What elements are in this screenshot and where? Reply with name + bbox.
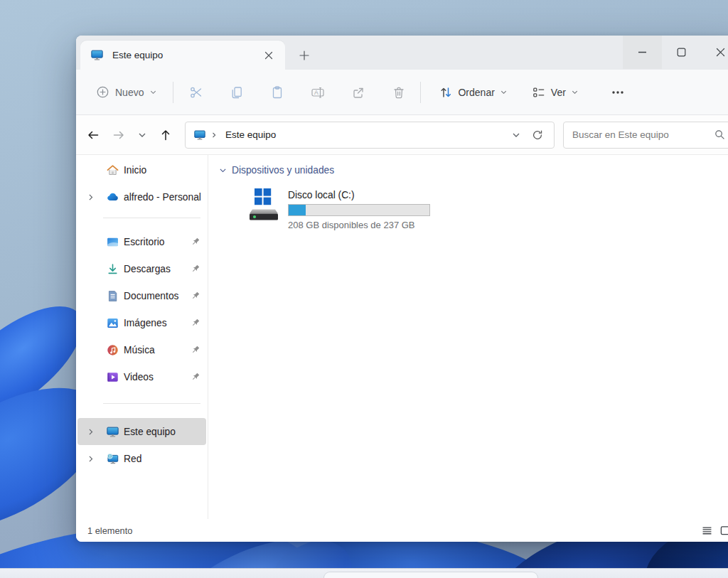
refresh-button[interactable] — [527, 124, 548, 146]
close-button[interactable] — [701, 36, 728, 69]
maximize-button[interactable] — [662, 36, 701, 69]
address-row: Este equipo — [76, 115, 728, 155]
this-pc-icon — [91, 49, 103, 61]
sidebar-item-label: alfredo - Personal — [124, 192, 201, 203]
sidebar-item-musica[interactable]: Música — [77, 336, 206, 363]
copy-icon — [230, 85, 244, 100]
command-toolbar: Nuevo A — [76, 70, 728, 115]
cut-button[interactable] — [176, 78, 216, 107]
pin-icon — [191, 318, 200, 328]
sort-button-label: Ordenar — [458, 87, 494, 98]
search-box — [563, 122, 728, 149]
share-icon — [351, 85, 365, 100]
new-tab-button[interactable] — [294, 46, 315, 65]
this-pc-icon — [194, 129, 205, 141]
chevron-down-icon — [218, 166, 228, 175]
desktop-icon — [107, 236, 119, 248]
plus-circle-icon — [96, 85, 109, 99]
chevron-down-icon — [571, 88, 579, 96]
window-controls — [623, 36, 728, 69]
search-input[interactable] — [565, 129, 714, 140]
content-pane: Dispositivos y unidades — [208, 155, 728, 519]
sidebar-item-onedrive[interactable]: alfredo - Personal — [77, 183, 206, 210]
details-view-button[interactable] — [699, 523, 714, 538]
drive-info: Disco local (C:) 208 GB disponibles de 2… — [288, 188, 430, 230]
network-icon — [107, 453, 119, 465]
sidebar-item-label: Música — [124, 345, 155, 355]
recent-locations-button[interactable] — [132, 122, 153, 148]
up-arrow-icon — [159, 128, 173, 142]
clipboard-icon — [270, 85, 284, 100]
sidebar-item-label: Red — [124, 454, 141, 464]
sidebar-item-label: Escritorio — [124, 237, 165, 247]
sidebar-item-escritorio[interactable]: Escritorio — [77, 228, 206, 255]
chevron-right-icon[interactable] — [85, 427, 95, 437]
tab-close-button[interactable] — [259, 46, 278, 65]
address-bar[interactable]: Este equipo — [185, 122, 555, 149]
section-devices-and-drives[interactable]: Dispositivos y unidades — [218, 162, 728, 178]
chevron-down-icon — [137, 130, 147, 140]
sidebar-item-videos[interactable]: Videos — [77, 363, 206, 390]
local-disk-icon — [245, 188, 279, 222]
chevron-right-icon — [210, 131, 218, 139]
forward-arrow-icon — [112, 128, 126, 142]
address-dropdown-button[interactable] — [505, 124, 527, 146]
navigation-pane: Inicio alfredo - Personal — [76, 155, 208, 519]
clipboard-actions: A — [176, 78, 419, 107]
sidebar-divider — [103, 218, 200, 218]
sidebar-item-label: Imágenes — [124, 318, 167, 328]
share-button[interactable] — [338, 78, 378, 107]
pin-icon — [191, 264, 200, 274]
onedrive-icon — [107, 191, 119, 203]
sidebar-item-descargas[interactable]: Descargas — [77, 255, 206, 282]
drive-c-tile[interactable]: Disco local (C:) 208 GB disponibles de 2… — [245, 188, 473, 230]
forward-button[interactable] — [106, 122, 132, 148]
home-icon — [107, 164, 119, 176]
this-pc-icon — [107, 426, 119, 438]
videos-icon — [107, 371, 119, 383]
sidebar-item-este-equipo[interactable]: Este equipo — [77, 418, 206, 445]
pin-icon — [191, 345, 200, 355]
toolbar-separator — [420, 82, 421, 103]
music-icon — [107, 344, 119, 356]
minimize-button[interactable] — [623, 36, 662, 69]
search-icon — [714, 129, 726, 141]
delete-button[interactable] — [378, 78, 419, 107]
rename-button[interactable]: A — [297, 78, 338, 107]
paste-button[interactable] — [257, 78, 297, 107]
toolbar-separator — [173, 82, 173, 103]
sidebar-item-documentos[interactable]: Documentos — [77, 282, 206, 309]
sort-button[interactable]: Ordenar — [432, 80, 513, 105]
taskbar[interactable] — [0, 568, 728, 578]
pin-icon — [191, 291, 200, 301]
rename-icon: A — [311, 85, 325, 100]
view-button[interactable]: Ver — [525, 80, 585, 105]
chevron-right-icon[interactable] — [85, 192, 95, 202]
tab-este-equipo[interactable]: Este equipo — [80, 41, 285, 70]
up-button[interactable] — [153, 122, 178, 148]
chevron-right-icon[interactable] — [85, 454, 95, 464]
sidebar-item-label: Este equipo — [124, 427, 176, 437]
breadcrumb-item[interactable]: Este equipo — [223, 127, 279, 142]
drive-name: Disco local (C:) — [288, 188, 430, 202]
see-more-button[interactable] — [604, 80, 632, 105]
pictures-icon — [107, 317, 119, 329]
sidebar-item-inicio[interactable]: Inicio — [77, 156, 206, 183]
svg-text:A: A — [314, 89, 318, 96]
sidebar-divider — [103, 403, 200, 404]
copy-button[interactable] — [216, 78, 257, 107]
sidebar-item-imagenes[interactable]: Imágenes — [77, 309, 206, 336]
documents-icon — [107, 290, 119, 302]
thumbnails-view-button[interactable] — [717, 523, 728, 538]
view-icon — [532, 85, 546, 100]
new-button[interactable]: Nuevo — [89, 80, 164, 105]
back-button[interactable] — [80, 122, 106, 148]
ellipsis-icon — [611, 85, 625, 100]
details-view-icon — [701, 525, 713, 537]
tab-title: Este equipo — [112, 50, 259, 60]
sidebar-item-red[interactable]: Red — [77, 445, 206, 472]
pin-icon — [191, 372, 200, 382]
tab-bar: Este equipo — [76, 36, 728, 70]
breadcrumb: Este equipo — [194, 127, 279, 142]
item-count: 1 elemento — [87, 525, 132, 536]
